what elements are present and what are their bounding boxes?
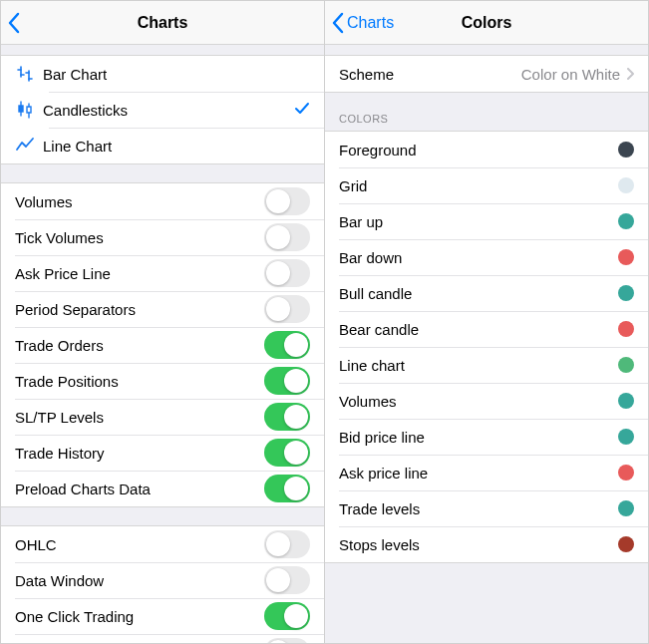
setting-trade-history: Trade History — [1, 435, 324, 471]
back-button[interactable] — [7, 1, 20, 45]
color-label: Line chart — [339, 357, 618, 374]
chart-type-label: Candlesticks — [43, 102, 294, 119]
toggle-data-window[interactable] — [264, 566, 310, 594]
color-row-bull-candle[interactable]: Bull candle — [325, 275, 648, 311]
toggle-volumes[interactable] — [264, 187, 310, 215]
color-row-line-chart-c[interactable]: Line chart — [325, 347, 648, 383]
color-label: Stops levels — [339, 536, 618, 553]
color-label: Bid price line — [339, 429, 618, 446]
color-row-bid-price[interactable]: Bid price line — [325, 419, 648, 455]
back-chevron-icon — [331, 12, 344, 34]
toggle-one-click-trading[interactable] — [264, 602, 310, 630]
page-title: Charts — [138, 14, 188, 32]
toggle-ohlc[interactable] — [264, 530, 310, 558]
color-row-bar-down[interactable]: Bar down — [325, 239, 648, 275]
toggle-trade-orders[interactable] — [264, 331, 310, 359]
setting-label: Trade History — [15, 445, 264, 462]
setting-label: Preload Charts Data — [15, 481, 264, 497]
back-chevron-icon — [7, 12, 20, 34]
setting-label: SL/TP Levels — [15, 409, 264, 426]
toggle-trading-panel-bot[interactable] — [264, 638, 310, 643]
line-chart-icon — [15, 136, 43, 156]
toggle-period-separators[interactable] — [264, 295, 310, 323]
svg-rect-7 — [19, 106, 23, 112]
chart-type-candlesticks[interactable]: Candlesticks — [1, 92, 324, 128]
chart-type-label: Line Chart — [43, 138, 310, 155]
scheme-row[interactable]: Scheme Color on White — [325, 56, 648, 92]
chevron-right-icon — [626, 66, 634, 83]
color-label: Trade levels — [339, 500, 618, 517]
setting-preload-charts: Preload Charts Data — [1, 471, 324, 506]
colors-settings-pane: Charts Colors Scheme Color on White COLO… — [324, 1, 648, 643]
color-row-volumes-c[interactable]: Volumes — [325, 383, 648, 419]
colors-group: ForegroundGridBar upBar downBull candleB… — [325, 131, 648, 563]
svg-rect-10 — [27, 107, 31, 113]
color-swatch — [618, 536, 634, 552]
color-row-grid[interactable]: Grid — [325, 167, 648, 203]
color-label: Ask price line — [339, 465, 618, 482]
setting-label: Period Separators — [15, 301, 264, 318]
color-row-ask-price[interactable]: Ask price line — [325, 455, 648, 490]
color-label: Bull candle — [339, 285, 618, 302]
setting-data-window: Data Window — [1, 562, 324, 598]
color-swatch — [618, 357, 634, 373]
color-label: Volumes — [339, 393, 618, 410]
setting-tick-volumes: Tick Volumes — [1, 219, 324, 255]
color-label: Grid — [339, 177, 618, 194]
color-label: Bar down — [339, 249, 618, 266]
chart-type-line-chart[interactable]: Line Chart — [1, 128, 324, 163]
checkmark-icon — [294, 102, 310, 119]
setting-label: OHLC — [15, 536, 264, 553]
scheme-value: Color on White — [521, 66, 620, 83]
color-label: Foreground — [339, 142, 618, 159]
color-swatch — [618, 321, 634, 337]
color-row-trade-levels[interactable]: Trade levels — [325, 490, 648, 526]
scheme-label: Scheme — [339, 66, 521, 83]
color-row-foreground[interactable]: Foreground — [325, 132, 648, 167]
page-title: Colors — [462, 14, 512, 32]
color-label: Bear candle — [339, 321, 618, 338]
toggles-group-1: VolumesTick VolumesAsk Price LinePeriod … — [1, 182, 324, 507]
color-row-bear-candle[interactable]: Bear candle — [325, 311, 648, 347]
color-swatch — [618, 177, 634, 193]
setting-one-click-trading: One Click Trading — [1, 598, 324, 634]
toggle-tick-volumes[interactable] — [264, 223, 310, 251]
color-swatch — [618, 213, 634, 229]
candle-chart-icon — [15, 100, 43, 120]
setting-ohlc: OHLC — [1, 526, 324, 562]
setting-period-separators: Period Separators — [1, 291, 324, 327]
bar-chart-icon — [15, 64, 43, 84]
colors-section-header: COLORS — [325, 93, 648, 131]
back-button[interactable]: Charts — [331, 1, 394, 45]
setting-label: Data Window — [15, 572, 264, 589]
setting-label: Tick Volumes — [15, 229, 264, 246]
chart-type-group: Bar ChartCandlesticksLine Chart — [1, 55, 324, 164]
setting-label: One Click Trading — [15, 608, 264, 625]
setting-label: Volumes — [15, 193, 264, 210]
chart-type-bar-chart[interactable]: Bar Chart — [1, 56, 324, 92]
charts-navbar: Charts — [1, 1, 324, 45]
toggle-sl-tp-levels[interactable] — [264, 403, 310, 431]
color-swatch — [618, 142, 634, 158]
color-swatch — [618, 500, 634, 516]
setting-label: Trade Orders — [15, 337, 264, 354]
setting-trading-panel-bot: Trading Panel at the Bottom — [1, 634, 324, 643]
color-label: Bar up — [339, 213, 618, 230]
toggles-group-2: OHLCData WindowOne Click TradingTrading … — [1, 525, 324, 643]
color-row-stops-levels[interactable]: Stops levels — [325, 526, 648, 562]
back-label: Charts — [347, 14, 394, 32]
colors-navbar: Charts Colors — [325, 1, 648, 45]
setting-label: Ask Price Line — [15, 265, 264, 282]
setting-trade-orders: Trade Orders — [1, 327, 324, 363]
toggle-trade-history[interactable] — [264, 439, 310, 467]
toggle-ask-price-line[interactable] — [264, 259, 310, 287]
setting-ask-price-line: Ask Price Line — [1, 255, 324, 291]
toggle-preload-charts[interactable] — [264, 475, 310, 502]
toggle-trade-positions[interactable] — [264, 367, 310, 395]
charts-settings-pane: Charts Bar ChartCandlesticksLine Chart V… — [1, 1, 324, 643]
setting-label: Trade Positions — [15, 373, 264, 390]
color-swatch — [618, 393, 634, 409]
color-swatch — [618, 249, 634, 265]
setting-volumes: Volumes — [1, 183, 324, 219]
color-row-bar-up[interactable]: Bar up — [325, 203, 648, 239]
